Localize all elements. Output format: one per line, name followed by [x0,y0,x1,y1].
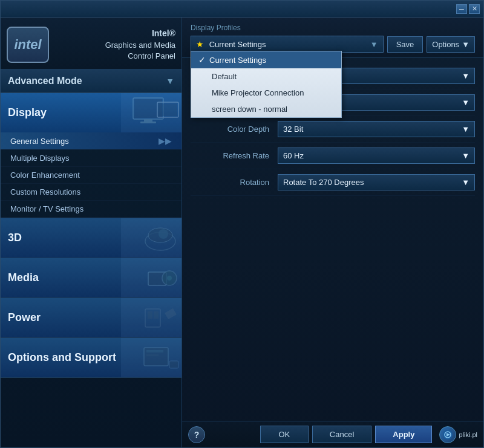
color-depth-label: Color Depth [191,125,269,134]
svg-rect-17 [146,350,163,352]
checkmark-icon: ✓ [198,55,206,65]
svg-rect-19 [169,361,178,368]
rotation-dropdown-arrow: ▼ [462,178,469,187]
subnav-custom-resolutions[interactable]: Custom Resolutions [1,184,182,201]
svg-point-7 [148,228,172,242]
cancel-button[interactable]: Cancel [312,426,371,443]
nav-section-header-options[interactable]: Options and Support [1,338,182,377]
nav-section-title-power: Power [8,311,41,324]
media-icon [139,263,182,293]
bottom-bar: ? OK Cancel Apply pliki.pl [182,421,483,447]
svg-rect-12 [145,309,160,327]
apply-button[interactable]: Apply [375,426,432,443]
color-depth-dropdown-arrow: ▼ [462,125,469,134]
nav-section-power: Power [1,298,182,338]
options-arrow-icon: ▼ [462,40,469,49]
rotation-dropdown[interactable]: Rotate To 270 Degrees ▼ [278,174,475,190]
nav-section-header-display[interactable]: Display [1,93,182,132]
svg-rect-16 [144,348,168,366]
right-panel: Display Profiles ★ Current Settings ▼ Sa… [182,18,483,447]
subnav-color-enhancement[interactable]: Color Enhancement [1,167,182,184]
svg-rect-13 [148,311,152,319]
svg-point-6 [145,232,175,250]
subnav-arrow: ▶▶ [159,136,172,146]
pliki-circle-icon [439,426,456,443]
svg-point-8 [159,229,168,239]
refresh-rate-dropdown[interactable]: 60 Hz ▼ [278,148,475,164]
svg-rect-18 [146,354,159,356]
nav-section-title-3d: 3D [8,232,22,244]
profiles-row: ★ Current Settings ▼ Save Options ▼ [191,36,475,53]
subnav-general-settings[interactable]: General Settings ▶▶ [1,132,182,150]
color-depth-value: 32 Bit [283,125,303,134]
subnav-multiple-displays[interactable]: Multiple Displays [1,150,182,167]
nav-section-title-media: Media [8,271,39,284]
nav-section-header-media[interactable]: Media [1,258,182,297]
power-icon [139,303,182,333]
display-profiles-section: Display Profiles ★ Current Settings ▼ Sa… [182,18,483,58]
profile-dropdown-menu: ✓ Current Settings Default Mike Projecto… [191,51,342,118]
rotation-value: Rotate To 270 Degrees [283,178,364,187]
color-depth-dropdown[interactable]: 32 Bit ▼ [278,121,475,137]
media-section-icon [121,258,182,297]
svg-rect-2 [144,119,152,122]
power-section-icon [121,298,182,337]
svg-rect-15 [165,308,177,319]
svg-point-10 [162,271,177,285]
pliki-text: pliki.pl [459,431,477,438]
advanced-mode-arrow: ▼ [166,76,174,86]
options-icon [139,343,182,373]
subnav-monitor-tv[interactable]: Monitor / TV Settings [1,201,182,218]
svg-rect-0 [133,98,163,119]
pliki-logo: pliki.pl [439,426,477,443]
nav-section-display: Display Gener [1,93,182,218]
dropdown-item-current[interactable]: ✓ Current Settings [191,51,341,68]
main-content: intel Intel® Graphics and Media Control … [1,18,483,447]
options-section-icon [121,338,182,377]
logo-area: intel Intel® Graphics and Media Control … [1,18,182,70]
options-button[interactable]: Options ▼ [427,36,475,53]
refresh-rate-label: Refresh Rate [191,151,269,160]
svg-point-11 [167,276,172,281]
save-button[interactable]: Save [387,36,424,53]
main-window: ─ ✕ intel Intel® Graphics and Media Cont… [0,0,484,448]
refresh-rate-setting-row: Refresh Rate 60 Hz ▼ [191,143,475,169]
monitor-icon [127,95,182,131]
nav-section-header-power[interactable]: Power [1,298,182,337]
3d-icon [139,223,182,253]
dropdown-item-mike-projector[interactable]: Mike Projector Connection [191,85,341,101]
pliki-icon-svg [442,429,453,440]
rotation-label: Rotation [191,178,269,187]
nav-section-media: Media [1,258,182,298]
nav-section-title-display: Display [8,106,47,119]
ok-button[interactable]: OK [260,426,309,443]
nav-section-options: Options and Support [1,338,182,378]
advanced-mode-bar[interactable]: Advanced Mode ▼ [1,70,182,93]
svg-rect-9 [148,272,166,285]
svg-rect-4 [157,102,178,117]
profile-dropdown[interactable]: ★ Current Settings ▼ [191,36,384,53]
nav-section-title-options: Options and Support [8,351,116,364]
rotation-setting-row: Rotation Rotate To 270 Degrees ▼ [191,169,475,196]
intel-logo-text: intel [14,37,41,53]
profile-star: ★ [196,39,204,49]
nav-section-header-3d[interactable]: 3D [1,218,182,258]
3d-section-icon [121,218,182,258]
display-profiles-label: Display Profiles [191,24,475,32]
profile-dropdown-arrow: ▼ [370,40,378,49]
help-button[interactable]: ? [188,426,205,443]
svg-rect-3 [140,122,156,123]
svg-rect-14 [154,311,159,319]
display-dropdown-arrow: ▼ [462,71,469,80]
profile-current-value: Current Settings [209,40,266,49]
svg-rect-5 [159,103,177,116]
minimize-button[interactable]: ─ [456,4,467,14]
color-depth-setting-row: Color Depth 32 Bit ▼ [191,116,475,143]
dropdown-item-screen-down[interactable]: screen down - normal [191,101,341,117]
logo-title: Intel® Graphics and Media Control Panel [55,28,175,62]
display-section-icon [121,93,182,132]
sidebar: intel Intel® Graphics and Media Control … [1,18,182,447]
dropdown-item-default[interactable]: Default [191,68,341,85]
refresh-rate-value: 60 Hz [283,151,304,160]
close-button[interactable]: ✕ [469,4,480,14]
